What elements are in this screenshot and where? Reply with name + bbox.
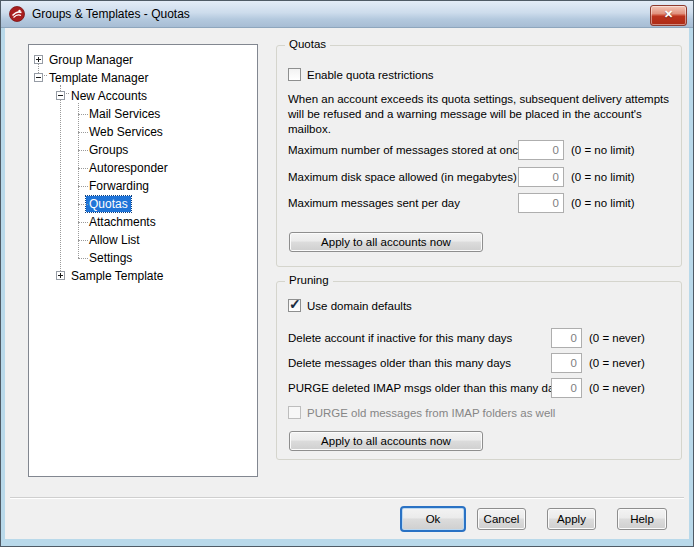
help-button[interactable]: Help <box>617 508 667 530</box>
max-disk-label: Maximum disk space allowed (in megabytes… <box>288 171 517 183</box>
delete-inactive-hint: (0 = never) <box>589 332 645 344</box>
max-disk-input[interactable] <box>518 167 564 187</box>
tree-connector <box>78 150 88 151</box>
tree-item-settings[interactable]: Settings <box>29 249 257 266</box>
quotas-group-title: Quotas <box>285 38 330 50</box>
purge-old-imap-checkbox[interactable] <box>288 406 301 419</box>
max-messages-label: Maximum number of messages stored at onc… <box>288 144 525 156</box>
max-sent-input[interactable] <box>518 193 564 213</box>
tree-item-label[interactable]: Group Manager <box>46 52 136 68</box>
tree-item-template-manager[interactable]: Template Manager <box>29 69 257 86</box>
tree-item-label[interactable]: Allow List <box>86 232 143 248</box>
tree-connector <box>78 222 88 223</box>
apply-button[interactable]: Apply <box>547 508 596 530</box>
quotas-group: Quotas Enable quota restrictions When an… <box>276 45 682 267</box>
tree-item-label-selected[interactable]: Quotas <box>86 196 131 212</box>
tree-line <box>78 103 79 258</box>
max-disk-hint: (0 = no limit) <box>571 171 635 183</box>
tree-item-mail-services[interactable]: Mail Services <box>29 105 257 122</box>
delete-inactive-label: Delete account if inactive for this many… <box>288 332 512 344</box>
tree-line <box>60 85 61 275</box>
tree-item-sample-template[interactable]: Sample Template <box>29 267 257 284</box>
tree-connector <box>78 132 88 133</box>
expand-plus-icon[interactable] <box>34 55 43 64</box>
use-domain-defaults-label[interactable]: Use domain defaults <box>307 300 412 312</box>
max-messages-input[interactable] <box>518 140 564 160</box>
tree-item-quotas[interactable]: Quotas <box>29 195 257 212</box>
pruning-apply-all-button[interactable]: Apply to all accounts now <box>289 431 483 451</box>
enable-quota-checkbox[interactable] <box>288 68 301 81</box>
quota-description: When an account exceeds its quota settin… <box>288 92 670 137</box>
navigation-tree[interactable]: Group Manager Template Manager New Accou… <box>28 44 258 477</box>
delete-older-hint: (0 = never) <box>589 357 645 369</box>
expand-plus-icon[interactable] <box>56 271 65 280</box>
pruning-group: Pruning ✓ Use domain defaults Delete acc… <box>276 281 682 460</box>
app-logo-icon <box>9 6 25 22</box>
ok-button[interactable]: Ok <box>400 506 466 532</box>
dialog-content: Group Manager Template Manager New Accou… <box>5 28 689 539</box>
delete-inactive-input[interactable] <box>551 328 582 348</box>
tree-item-web-services[interactable]: Web Services <box>29 123 257 140</box>
tree-item-label[interactable]: Attachments <box>86 214 159 230</box>
use-domain-defaults-checkbox[interactable]: ✓ <box>288 299 301 312</box>
tree-item-groups[interactable]: Groups <box>29 141 257 158</box>
tree-item-label[interactable]: Sample Template <box>68 268 167 284</box>
purge-imap-input[interactable] <box>551 378 582 398</box>
max-messages-hint: (0 = no limit) <box>571 144 635 156</box>
tree-item-group-manager[interactable]: Group Manager <box>29 51 257 68</box>
tree-item-autoresponder[interactable]: Autoresponder <box>29 159 257 176</box>
tree-item-label[interactable]: Autoresponder <box>86 160 171 176</box>
tree-connector <box>78 204 88 205</box>
tree-connector <box>78 186 88 187</box>
title-bar: Groups & Templates - Quotas ✕ <box>1 1 693 28</box>
tree-connector <box>78 258 88 259</box>
purge-imap-label: PURGE deleted IMAP msgs older than this … <box>288 382 566 394</box>
tree-item-label[interactable]: Settings <box>86 250 135 266</box>
window-title: Groups & Templates - Quotas <box>32 7 190 21</box>
tree-item-label[interactable]: Mail Services <box>86 106 163 122</box>
tree-item-attachments[interactable]: Attachments <box>29 213 257 230</box>
collapse-minus-icon[interactable] <box>34 73 43 82</box>
purge-imap-hint: (0 = never) <box>589 382 645 394</box>
tree-item-label[interactable]: New Accounts <box>68 88 150 104</box>
pruning-group-title: Pruning <box>285 274 333 286</box>
delete-older-input[interactable] <box>551 353 582 373</box>
close-button[interactable]: ✕ <box>650 5 687 26</box>
tree-item-label[interactable]: Forwarding <box>86 178 152 194</box>
cancel-button[interactable]: Cancel <box>477 508 526 530</box>
tree-item-allow-list[interactable]: Allow List <box>29 231 257 248</box>
tree-item-new-accounts[interactable]: New Accounts <box>29 87 257 104</box>
tree-item-label[interactable]: Groups <box>86 142 131 158</box>
tree-item-label[interactable]: Web Services <box>86 124 166 140</box>
tree-connector <box>78 240 88 241</box>
max-sent-hint: (0 = no limit) <box>571 197 635 209</box>
checkmark-icon: ✓ <box>289 296 301 312</box>
purge-old-imap-label: PURGE old messages from IMAP folders as … <box>307 407 555 419</box>
tree-connector <box>78 114 88 115</box>
tree-item-forwarding[interactable]: Forwarding <box>29 177 257 194</box>
collapse-minus-icon[interactable] <box>56 91 65 100</box>
quotas-apply-all-button[interactable]: Apply to all accounts now <box>289 232 483 252</box>
enable-quota-label[interactable]: Enable quota restrictions <box>307 69 434 81</box>
dialog-window: Groups & Templates - Quotas ✕ Group Mana… <box>0 0 694 547</box>
footer-separator <box>10 497 684 499</box>
tree-item-label[interactable]: Template Manager <box>46 70 151 86</box>
delete-older-label: Delete messages older than this many day… <box>288 357 511 369</box>
tree-connector <box>78 168 88 169</box>
max-sent-label: Maximum messages sent per day <box>288 197 460 209</box>
